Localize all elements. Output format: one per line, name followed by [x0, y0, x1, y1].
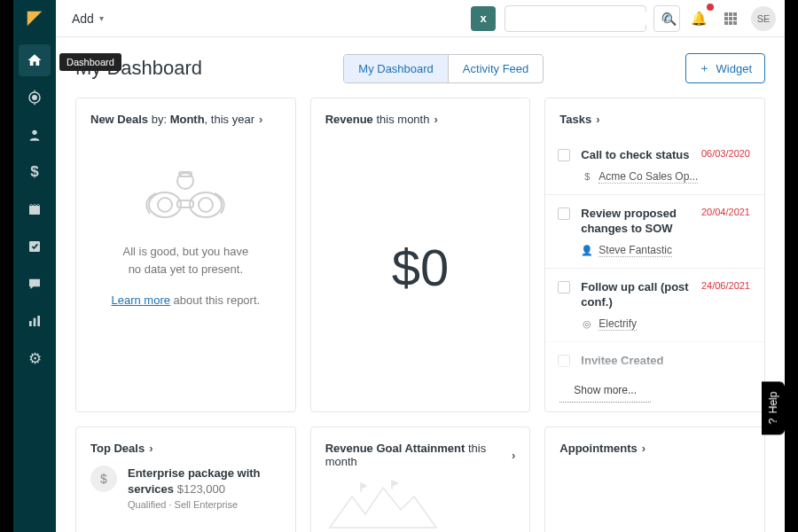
tab-activity-feed[interactable]: Activity Feed [448, 55, 543, 82]
card-new-deals: New Deals by: Month, this year › [75, 98, 296, 412]
svg-rect-16 [37, 316, 40, 326]
sidebar-settings[interactable]: ⚙ [19, 342, 51, 374]
task-related[interactable]: Acme Co Sales Op... [598, 170, 698, 184]
card-revenue-goal: Revenue Goal Attainment this month › [310, 426, 531, 532]
close-tab-button[interactable]: x [471, 6, 496, 31]
sidebar-reports[interactable] [19, 305, 51, 337]
deal-amount: $123,000 [177, 482, 225, 496]
card-header-appointments[interactable]: Appointments › [559, 442, 750, 455]
card-revenue: Revenue this month › $0 [310, 98, 531, 412]
chevron-right-icon: › [642, 442, 645, 455]
deal-meta: Qualified · Sell Enterprise [128, 499, 281, 510]
task-checkbox[interactable] [558, 355, 570, 367]
sidebar-comms[interactable] [19, 268, 51, 300]
search-box[interactable]: 🔍 [505, 5, 646, 32]
chevron-right-icon: › [259, 113, 262, 126]
sidebar-home[interactable]: Dashboard [19, 44, 51, 76]
task-date: 20/04/2021 [701, 207, 750, 217]
task-date: 24/06/2021 [701, 280, 750, 291]
add-widget-button[interactable]: ＋ Widget [685, 53, 765, 83]
task-related[interactable]: Electrify [598, 317, 637, 331]
notification-dot [707, 4, 714, 11]
task-related[interactable]: Steve Fantastic [598, 244, 672, 257]
card-header-top-deals[interactable]: Top Deals › [90, 442, 281, 455]
empty-state-text: All is good, but you have no data yet to… [90, 243, 281, 278]
sidebar-leads[interactable] [19, 82, 51, 113]
new-deals-label: New Deals [90, 113, 148, 126]
call-icon[interactable]: ✆ [653, 5, 680, 32]
binoculars-illustration [137, 165, 234, 229]
dollar-icon: $ [90, 466, 117, 492]
sidebar-tooltip: Dashboard [59, 53, 121, 71]
sidebar: Dashboard $ ⚙ [13, 37, 56, 532]
mountain-illustration [325, 479, 441, 532]
widget-label: Widget [716, 62, 752, 75]
svg-point-10 [33, 96, 37, 100]
show-more-link[interactable]: Show more... [559, 379, 651, 403]
task-item[interactable]: Review proposed changes to SOW 20/04/202… [545, 194, 764, 268]
chevron-right-icon: › [149, 442, 153, 455]
brand-logo [13, 0, 56, 37]
header-tabs: My Dashboard Activity Feed [343, 54, 544, 83]
task-checkbox[interactable] [558, 149, 570, 161]
svg-rect-4 [729, 17, 732, 20]
card-top-deals: Top Deals › $ Enterprise package with se… [75, 426, 296, 532]
task-checkbox[interactable] [558, 281, 570, 293]
sidebar-deals[interactable]: $ [19, 156, 51, 188]
search-input[interactable] [512, 12, 661, 25]
add-label: Add [72, 12, 94, 26]
svg-point-17 [149, 192, 181, 217]
learn-more-link[interactable]: Learn more [112, 293, 170, 307]
help-button[interactable]: ? Help [762, 381, 785, 434]
add-menu[interactable]: Add ▾ [72, 12, 104, 26]
sidebar-calendar[interactable] [19, 193, 51, 225]
help-label: Help [767, 392, 779, 414]
task-item[interactable]: Invitee Created [545, 341, 764, 379]
card-appointments: Appointments › [544, 426, 765, 532]
main-content: My Dashboard My Dashboard Activity Feed … [56, 37, 785, 532]
task-item[interactable]: Follow up call (post conf.) 24/06/2021 ◎… [545, 268, 764, 341]
topbar: Add ▾ x 🔍 ✆ 🔔 SE [13, 0, 785, 37]
sidebar-contacts[interactable] [19, 119, 51, 151]
dollar-icon: $ [581, 170, 593, 183]
avatar[interactable]: SE [751, 6, 776, 31]
chevron-down-icon: ▾ [99, 13, 104, 23]
svg-point-20 [199, 198, 213, 212]
card-header-revenue[interactable]: Revenue this month › [325, 113, 516, 126]
sidebar-tasks[interactable] [19, 231, 51, 262]
task-item[interactable]: Call to check status 06/03/2020 $Acme Co… [545, 137, 764, 194]
person-icon: 👤 [581, 244, 593, 256]
x-icon: x [480, 12, 486, 25]
svg-rect-15 [34, 318, 36, 326]
svg-rect-0 [724, 12, 728, 16]
card-header-new-deals[interactable]: New Deals by: Month, this year › [90, 113, 281, 126]
bell-icon[interactable]: 🔔 [685, 5, 712, 32]
svg-point-19 [158, 198, 172, 212]
deal-row[interactable]: $ Enterprise package with services $123,… [90, 466, 281, 510]
apps-icon[interactable] [717, 5, 744, 32]
chevron-right-icon: › [596, 113, 599, 126]
card-header-tasks[interactable]: Tasks › [545, 113, 764, 126]
svg-rect-6 [724, 21, 728, 25]
help-icon: ? [767, 419, 779, 425]
task-title: Invitee Created [581, 353, 750, 369]
svg-rect-1 [729, 12, 732, 16]
target-icon: ◎ [581, 317, 593, 330]
svg-rect-3 [724, 17, 728, 20]
task-checkbox[interactable] [558, 207, 570, 220]
chevron-right-icon: › [434, 113, 437, 126]
plus-icon: ＋ [699, 60, 710, 76]
revenue-value: $0 [325, 137, 516, 397]
svg-point-11 [32, 130, 36, 135]
svg-rect-8 [733, 21, 737, 25]
svg-rect-12 [29, 206, 40, 215]
card-header-revenue-goal[interactable]: Revenue Goal Attainment this month › [325, 442, 516, 468]
svg-rect-14 [29, 321, 32, 326]
tab-my-dashboard[interactable]: My Dashboard [344, 55, 448, 82]
task-date: 06/03/2020 [701, 148, 750, 159]
svg-point-18 [190, 192, 222, 217]
card-tasks: Tasks › Call to check status 06/03/2020 … [544, 98, 765, 412]
chevron-right-icon: › [512, 449, 515, 462]
svg-rect-5 [733, 17, 737, 20]
svg-rect-2 [733, 12, 737, 16]
